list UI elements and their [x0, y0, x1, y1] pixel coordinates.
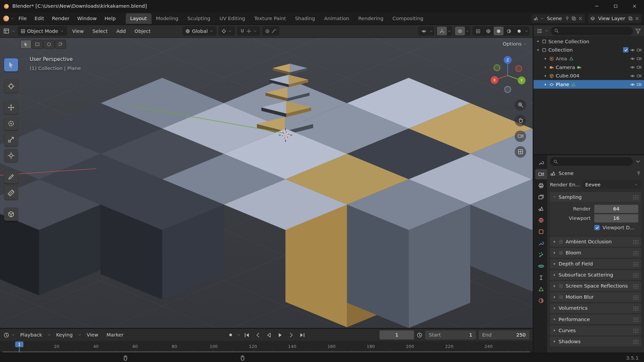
section-shadows[interactable]: Shadows	[550, 337, 641, 346]
shading-solid-button[interactable]	[494, 27, 503, 36]
menu-object[interactable]: Object	[131, 27, 154, 36]
tab-texture-paint[interactable]: Texture Paint	[250, 13, 290, 24]
tab-sculpting[interactable]: Sculpting	[183, 13, 215, 24]
play-button[interactable]	[275, 330, 285, 340]
prev-keyframe-button[interactable]	[253, 330, 263, 340]
remove-layer-icon[interactable]	[635, 16, 640, 21]
snap-dropdown[interactable]	[237, 26, 260, 36]
tab-compositing[interactable]: Compositing	[388, 13, 428, 24]
end-frame-field[interactable]: End 250	[479, 330, 530, 340]
chevron-down-icon[interactable]	[545, 29, 549, 33]
minimize-button[interactable]	[587, 0, 606, 12]
outliner-row-plane[interactable]: Plane	[534, 80, 644, 89]
cursor-tool[interactable]	[4, 79, 18, 93]
tab-animation[interactable]: Animation	[320, 13, 354, 24]
transform-tool[interactable]	[4, 149, 18, 162]
tab-layout[interactable]: Layout	[125, 13, 151, 24]
filter-icon[interactable]	[635, 28, 641, 34]
annotate-tool[interactable]	[4, 170, 18, 183]
transform-orientation-dropdown[interactable]: Global	[182, 26, 216, 36]
chevron-down-icon[interactable]	[525, 29, 529, 33]
timeline-editor-icon[interactable]	[3, 332, 9, 338]
viewport-denoise-checkbox[interactable]	[594, 225, 600, 230]
eye-icon[interactable]	[630, 65, 635, 70]
unlink-scene-icon[interactable]	[578, 16, 583, 21]
scene-icon[interactable]	[533, 16, 538, 21]
drag-dots-icon[interactable]	[633, 284, 639, 288]
viewport-samples-field[interactable]: 16	[594, 214, 638, 222]
axis-x-neg-ball[interactable]	[516, 65, 522, 71]
camera-view-button[interactable]	[515, 130, 526, 142]
pin-icon[interactable]	[565, 16, 570, 21]
proportional-editing-dropdown[interactable]	[262, 26, 279, 36]
props-tab-modifiers[interactable]	[535, 238, 547, 248]
outliner-row-area[interactable]: Area	[534, 54, 644, 63]
3d-viewport-canvas[interactable]	[0, 38, 533, 328]
expand-icon[interactable]	[543, 56, 547, 60]
use-preview-range-icon[interactable]	[417, 332, 423, 338]
tab-rendering[interactable]: Rendering	[354, 13, 388, 24]
camera-visibility-icon[interactable]	[637, 82, 642, 87]
ambient-occlusion-checkbox[interactable]	[558, 239, 564, 244]
shading-rendered-button[interactable]	[514, 27, 524, 36]
section-bloom[interactable]: Bloom	[550, 248, 641, 258]
zoom-button[interactable]	[515, 99, 526, 111]
shading-wireframe-button[interactable]	[483, 27, 493, 36]
chevron-down-icon[interactable]	[447, 29, 451, 33]
menu-edit[interactable]: Edit	[31, 14, 48, 23]
menu-help[interactable]: Help	[101, 14, 119, 23]
shading-material-button[interactable]	[504, 27, 514, 36]
next-keyframe-button[interactable]	[286, 330, 296, 340]
section-sampling[interactable]: Sampling	[550, 192, 641, 202]
chevron-down-icon[interactable]	[540, 16, 544, 20]
jump-to-start-button[interactable]	[242, 330, 252, 340]
3d-viewport[interactable]: Options User Perspective (1) Collection …	[0, 38, 533, 328]
timeline-ruler[interactable]: 204060801001201401601802002202401	[0, 341, 533, 353]
add-cube-tool[interactable]	[4, 207, 18, 221]
tab-shading[interactable]: Shading	[290, 13, 320, 24]
rotate-tool[interactable]	[4, 117, 18, 130]
camera-visibility-icon[interactable]	[637, 56, 642, 61]
show-object-types-button[interactable]	[419, 27, 429, 36]
bloom-checkbox[interactable]	[558, 250, 564, 255]
render-engine-dropdown[interactable]: Eevee	[583, 180, 641, 189]
drag-dots-icon[interactable]	[633, 195, 639, 199]
menu-marker[interactable]: Marker	[103, 330, 127, 340]
props-tab-tool[interactable]	[535, 158, 547, 168]
expand-icon[interactable]	[536, 48, 540, 52]
drag-dots-icon[interactable]	[633, 251, 639, 255]
menu-window[interactable]: Window	[73, 14, 100, 23]
props-tab-material[interactable]	[535, 296, 547, 306]
section-performance[interactable]: Performance	[550, 314, 641, 324]
chevron-down-icon[interactable]	[635, 159, 641, 165]
new-layer-icon[interactable]	[628, 16, 633, 21]
start-frame-field[interactable]: Start 1	[425, 330, 476, 340]
outliner-row-scene-collection[interactable]: Scene Collection	[534, 37, 644, 46]
outliner-row-cube004[interactable]: Cube.004	[534, 71, 644, 80]
gizmos-button[interactable]	[437, 27, 447, 36]
camera-visibility-icon[interactable]	[637, 65, 642, 70]
props-tab-world[interactable]	[535, 215, 547, 226]
select-circle-button[interactable]	[44, 40, 54, 48]
section-subsurface-scattering[interactable]: Subsurface Scattering	[550, 270, 641, 280]
select-box-button[interactable]	[32, 40, 43, 48]
drag-dots-icon[interactable]	[633, 295, 639, 299]
ortho-toggle-button[interactable]	[515, 146, 526, 158]
drag-dots-icon[interactable]	[633, 306, 639, 310]
props-tab-output[interactable]	[535, 181, 547, 191]
tab-uv-editing[interactable]: UV Editing	[215, 13, 250, 24]
chevron-down-icon[interactable]	[465, 29, 469, 33]
pin-icon[interactable]	[636, 171, 641, 176]
chevron-down-icon[interactable]	[236, 333, 240, 337]
axis-y-neg-ball[interactable]	[494, 65, 500, 71]
props-tab-physics[interactable]	[535, 261, 547, 272]
outliner-editor-icon[interactable]	[536, 28, 542, 34]
scale-tool[interactable]	[4, 133, 18, 146]
scene-name[interactable]: Scene	[546, 16, 563, 21]
props-tab-object-data[interactable]	[535, 284, 547, 294]
axis-z-neg-ball[interactable]	[504, 86, 511, 93]
auto-key-button[interactable]	[225, 330, 235, 340]
section-ambient-occlusion[interactable]: Ambient Occlusion	[550, 237, 641, 247]
menu-render[interactable]: Render	[48, 14, 73, 23]
new-scene-icon[interactable]	[572, 16, 577, 21]
